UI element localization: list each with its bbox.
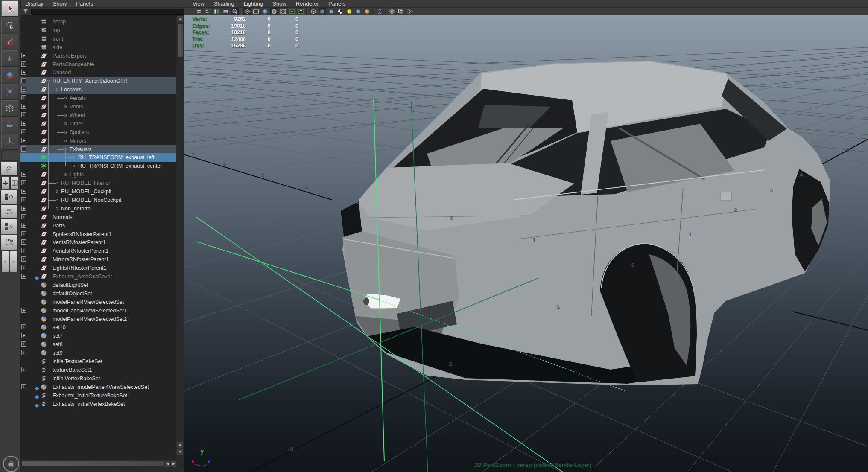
outliner-search-input[interactable] <box>31 9 184 15</box>
safe-action-icon[interactable] <box>288 8 296 15</box>
select-tool[interactable] <box>1 0 18 17</box>
expand-icon[interactable]: + <box>21 308 26 313</box>
four-pane-layout[interactable] <box>1 177 9 189</box>
expand-icon[interactable]: + <box>21 129 26 134</box>
no-lights-icon[interactable] <box>345 8 353 15</box>
move-tool[interactable] <box>1 50 18 67</box>
rotate-tool[interactable] <box>1 67 18 83</box>
pan-zoom-icon[interactable] <box>231 8 239 15</box>
outliner-row[interactable]: initialTextureBakeSet <box>20 357 176 366</box>
outliner-menu-show[interactable]: Show <box>48 0 72 7</box>
outliner-row[interactable]: modelPanel4ViewSelectedSet <box>20 298 176 306</box>
scale-tool[interactable] <box>1 84 18 100</box>
plugin-shapes-icon[interactable] <box>406 8 414 15</box>
wireframe-icon[interactable] <box>310 8 317 15</box>
outliner-row[interactable]: +Wheel <box>20 111 176 119</box>
outliner-menu-display[interactable]: Display <box>20 0 48 7</box>
expand-icon[interactable]: + <box>21 206 26 211</box>
layout-dropdown-left[interactable] <box>1 251 9 272</box>
outliner-row[interactable]: +SpoilersRNfosterParent1 <box>20 230 176 239</box>
outliner-row[interactable]: +MirrorsRNfosterParent1 <box>20 255 176 264</box>
show-manipulator-tool[interactable] <box>1 134 18 150</box>
outliner-row[interactable]: side <box>20 43 176 52</box>
vscroll-down-button[interactable]: ▼ <box>177 449 184 455</box>
expand-icon[interactable]: + <box>21 256 26 262</box>
outliner-row[interactable]: Exhausts_initialVertexBakeSet <box>20 400 176 408</box>
persp-graph-outliner-layout[interactable] <box>0 235 18 250</box>
outliner-row[interactable]: +RU_MODEL_Interior <box>20 179 176 187</box>
viewport-menu-renderer[interactable]: Renderer <box>291 0 324 7</box>
expand-icon[interactable]: + <box>21 248 26 253</box>
camera-settings-icon[interactable] <box>204 8 212 15</box>
expand-icon[interactable]: + <box>21 70 26 75</box>
gate-mask-icon[interactable] <box>270 8 278 15</box>
outliner-row[interactable]: +RU_MODEL_NonCockpit <box>20 196 176 204</box>
outliner-row[interactable]: defaultObjectSet <box>20 289 176 298</box>
pane-split-layout[interactable] <box>10 177 18 189</box>
outliner-row[interactable]: +Lights <box>20 170 176 179</box>
collapse-icon[interactable]: − <box>21 146 26 152</box>
expand-icon[interactable]: + <box>21 231 26 236</box>
expand-icon[interactable]: + <box>21 324 26 329</box>
expand-icon[interactable]: + <box>21 341 26 347</box>
outliner-row[interactable]: +set10 <box>20 323 176 332</box>
outliner-row[interactable]: +Vents <box>20 102 176 111</box>
outliner-row[interactable]: +LightsRNfosterParent1 <box>20 264 176 272</box>
resolution-gate-icon[interactable] <box>261 8 269 15</box>
expand-icon[interactable]: + <box>21 333 26 338</box>
outliner-row[interactable]: Exhausts_initialTextureBakeSet <box>20 391 176 400</box>
outliner-row[interactable]: RU_TRANSFORM_exhaust_center <box>20 162 176 170</box>
outliner-row[interactable]: +Unused <box>20 68 176 77</box>
expand-icon[interactable]: + <box>21 239 26 245</box>
smooth-shaded-icon[interactable] <box>319 8 326 15</box>
expand-icon[interactable]: + <box>21 95 26 100</box>
outliner-row[interactable]: +RU_MODEL_Cockpit <box>20 187 176 196</box>
outliner-row[interactable]: +Spoilers <box>20 128 176 137</box>
camera-select-icon[interactable] <box>195 8 203 15</box>
outliner-row[interactable]: +Non_deform <box>20 204 176 213</box>
expand-icon[interactable]: + <box>21 189 26 194</box>
xray-joints-icon[interactable] <box>397 8 405 15</box>
persp-graph-layout[interactable] <box>0 204 18 219</box>
outliner-row[interactable]: RU_TRANSFORM_exhaust_left <box>20 153 176 162</box>
safe-title-icon[interactable] <box>297 8 305 15</box>
xray-icon[interactable] <box>388 8 396 15</box>
outliner-row[interactable]: +set8 <box>20 340 176 349</box>
viewport-menu-show[interactable]: Show <box>268 0 291 7</box>
expand-icon[interactable]: + <box>21 138 26 143</box>
expand-icon[interactable]: + <box>21 384 26 389</box>
outliner-row[interactable]: −RU_ENTITY_AuroriSaloonGTR <box>20 77 176 85</box>
soft-modification-tool[interactable] <box>1 117 18 133</box>
paint-select-tool[interactable] <box>1 34 18 50</box>
hscroll-right-button[interactable]: ▶ <box>171 460 176 467</box>
outliner-row[interactable]: +PartsChangeable <box>20 60 176 69</box>
expand-icon[interactable]: + <box>21 197 26 202</box>
outliner-row[interactable]: +PartsToExport <box>20 52 176 60</box>
vscroll-up-button[interactable]: ▲ <box>177 16 184 23</box>
outliner-row[interactable]: +Mirrors <box>20 137 176 145</box>
outliner-row[interactable]: −Locators <box>20 85 176 94</box>
grid-icon[interactable] <box>243 8 251 15</box>
outliner-row[interactable]: +Exhausts_modelPanel4ViewSelectedSet <box>20 383 176 391</box>
outliner-row[interactable]: +Parts <box>20 221 176 230</box>
filter-icon[interactable] <box>23 9 29 16</box>
outliner-row[interactable]: persp <box>20 17 176 26</box>
expand-icon[interactable]: + <box>21 112 26 117</box>
viewport-canvas[interactable]: 765432176543210-1-2-3 <box>184 15 868 472</box>
outliner-row[interactable]: +set9 <box>20 349 176 357</box>
lasso-select-tool[interactable] <box>1 17 18 33</box>
bookmarks-icon[interactable] <box>213 8 221 15</box>
expand-icon[interactable]: + <box>21 367 26 372</box>
outliner-row[interactable]: defaultLightSet <box>20 281 176 289</box>
outliner-row[interactable]: +modelPanel4ViewSelectedSet1 <box>20 306 176 315</box>
outliner-row[interactable]: +Normals <box>20 213 176 221</box>
expand-icon[interactable]: + <box>21 104 26 109</box>
isolate-select-icon[interactable] <box>376 8 383 15</box>
expand-icon[interactable]: + <box>21 265 26 270</box>
outliner-row[interactable]: −Exhausts <box>20 145 176 154</box>
expand-icon[interactable]: + <box>21 350 26 355</box>
outliner-row[interactable]: +set7 <box>20 332 176 340</box>
expand-icon[interactable]: + <box>21 223 26 228</box>
outliner-vscrollbar[interactable] <box>177 16 184 460</box>
expand-icon[interactable]: + <box>21 172 26 177</box>
